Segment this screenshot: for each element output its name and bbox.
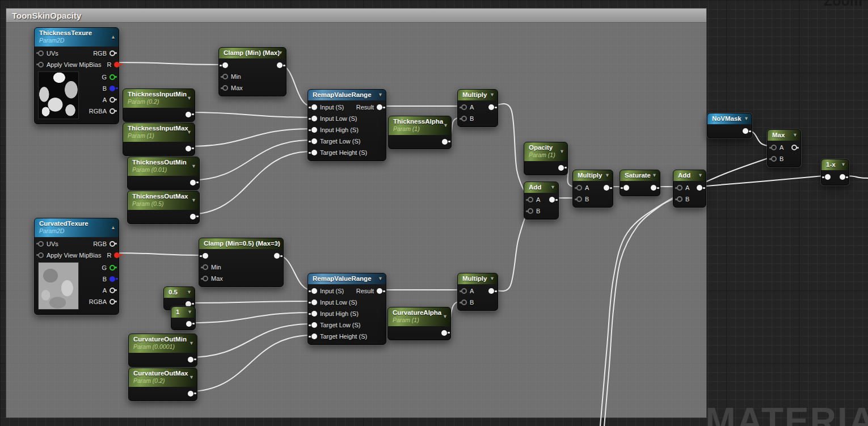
collapse-icon[interactable]: ▼ (443, 314, 448, 320)
node-header[interactable]: Multiply▼ (573, 170, 613, 181)
remap-thickness-pin-input-high-s[interactable] (311, 127, 317, 133)
multiply-thickness-pin-a[interactable] (461, 104, 467, 110)
collapse-icon[interactable]: ▼ (698, 172, 703, 179)
multiply-curvature-pin-out[interactable] (488, 288, 494, 294)
remap-thickness-pin-input-s[interactable] (311, 104, 317, 110)
multiply-thickness-pin-out[interactable] (488, 104, 494, 110)
multiply-opacity-pin-b[interactable] (576, 196, 582, 202)
const-one-pin-out[interactable] (186, 321, 192, 327)
clamp-thickness-pin-max[interactable] (222, 85, 228, 91)
collapse-icon[interactable]: ▼ (189, 374, 194, 381)
thickness-texture-pin-r[interactable] (114, 62, 120, 68)
node-thickness-out-max[interactable]: ThicknessOutMaxParam (0.5)▼ (127, 191, 200, 224)
collapse-icon[interactable]: ▼ (187, 309, 192, 315)
node-clamp-thickness[interactable]: Clamp (Min) (Max)▼MinMax (218, 47, 286, 96)
collapse-icon[interactable]: ▼ (744, 116, 749, 122)
one-minus-x-pin-in[interactable] (825, 174, 831, 180)
remap-thickness-pin-result[interactable] (377, 104, 382, 110)
node-opacity[interactable]: OpacityParam (1)▼ (524, 142, 568, 175)
clamp-thickness-pin-min[interactable] (222, 74, 228, 79)
multiply-opacity-pin-out[interactable] (604, 185, 609, 191)
node-header[interactable]: RemapValueRange▼ (308, 90, 386, 100)
add-final-pin-b[interactable] (677, 196, 682, 202)
max-pin-out[interactable] (791, 145, 797, 150)
node-thickness-alpha[interactable]: ThicknessAlphaParam (1)▼ (388, 116, 452, 149)
add-center-pin-b[interactable] (528, 208, 533, 214)
thickness-texture-pin-rgba[interactable] (109, 108, 115, 114)
collapse-icon[interactable]: ▼ (841, 162, 846, 168)
remap-curvature-pin-target-low-s[interactable] (311, 322, 317, 328)
node-remap-thickness[interactable]: RemapValueRange▼Input (S)ResultInput Low… (307, 89, 386, 161)
collapse-icon[interactable]: ▼ (189, 340, 194, 347)
clamp-curvature-pin-out[interactable] (274, 253, 280, 259)
node-header[interactable]: Clamp (Min=0.5) (Max=1)▼ (199, 238, 283, 249)
multiply-thickness-pin-b[interactable] (461, 116, 467, 121)
max-pin-b[interactable] (771, 156, 777, 162)
clamp-curvature-pin-min[interactable] (203, 264, 208, 270)
collapse-icon[interactable]: ▼ (191, 197, 196, 204)
node-clamp-curvature[interactable]: Clamp (Min=0.5) (Max=1)▼MinMax (199, 238, 284, 287)
multiply-curvature-pin-b[interactable] (461, 300, 467, 305)
curvated-texture-pin-rgba[interactable] (109, 299, 115, 305)
max-pin-a[interactable] (771, 145, 777, 150)
node-header[interactable]: ThicknessOutMinParam (0.01)▼ (128, 157, 199, 176)
node-header[interactable]: CurvatureOutMinParam (0.0001)▼ (129, 334, 197, 353)
node-header[interactable]: ThicknessInputMinParam (0.2)▼ (123, 89, 195, 108)
add-final-pin-out[interactable] (697, 185, 702, 191)
curvated-texture-pin-apply-view-mipbias[interactable] (38, 252, 44, 258)
remap-thickness-pin-input-low-s[interactable] (311, 116, 317, 121)
collapse-icon[interactable]: ▼ (605, 172, 610, 179)
node-curvature-out-min[interactable]: CurvatureOutMinParam (0.0001)▼ (128, 334, 197, 367)
add-final-pin-a[interactable] (677, 185, 682, 191)
collapse-icon[interactable]: ▼ (652, 172, 657, 179)
node-header[interactable]: OpacityParam (1)▼ (524, 142, 567, 161)
thickness-out-max-pin-out[interactable] (190, 214, 196, 220)
thickness-input-max-pin-out[interactable] (186, 146, 191, 151)
saturate-pin-in[interactable] (623, 185, 629, 191)
clamp-curvature-pin-in[interactable] (203, 253, 208, 259)
node-header[interactable]: CurvatureAlphaParam (1)▼ (388, 307, 450, 326)
node-thickness-input-max[interactable]: ThicknessInputMaxParam (1)▼ (123, 123, 195, 156)
clamp-thickness-pin-in[interactable] (222, 62, 228, 68)
curvature-alpha-pin-out[interactable] (441, 330, 447, 336)
collapse-icon[interactable]: ▼ (550, 184, 555, 191)
multiply-opacity-pin-a[interactable] (576, 185, 582, 191)
node-header[interactable]: 0.5▼ (164, 287, 195, 298)
node-add-center[interactable]: Add▼AB (524, 182, 559, 220)
collapse-icon[interactable]: ▼ (490, 92, 495, 98)
node-header[interactable]: NoVMask▼ (707, 113, 752, 124)
remap-curvature-pin-input-s[interactable] (311, 288, 317, 294)
collapse-icon[interactable]: ▼ (378, 92, 383, 98)
node-header[interactable]: CurvatureOutMaxParam (0.2)▼ (129, 368, 197, 387)
thickness-texture-pin-uvs[interactable] (38, 50, 44, 56)
node-header[interactable]: Multiply▼ (458, 90, 498, 100)
remap-thickness-pin-target-low-s[interactable] (311, 138, 317, 144)
collapse-icon[interactable]: ▼ (490, 276, 495, 282)
node-saturate[interactable]: Saturate▼ (620, 170, 660, 196)
node-thickness-texture[interactable]: ThicknessTexureParam2D▲UVsRGBApply View … (34, 27, 119, 124)
clamp-thickness-pin-out[interactable] (277, 62, 283, 68)
node-one-minus-x[interactable]: 1-x▼ (821, 159, 849, 185)
collapse-icon[interactable]: ▼ (443, 123, 448, 129)
collapse-icon[interactable]: ▼ (793, 132, 798, 138)
add-center-pin-out[interactable] (549, 197, 555, 203)
collapse-icon[interactable]: ▲ (111, 34, 116, 40)
collapse-icon[interactable]: ▼ (559, 149, 564, 155)
remap-curvature-pin-input-high-s[interactable] (311, 311, 317, 317)
node-header[interactable]: Max▼ (768, 130, 800, 141)
novmask-pin-out[interactable] (743, 128, 748, 134)
node-add-final[interactable]: Add▼AB (673, 170, 706, 208)
node-thickness-input-min[interactable]: ThicknessInputMinParam (0.2)▼ (123, 88, 195, 122)
multiply-curvature-pin-a[interactable] (461, 288, 467, 294)
graph-canvas[interactable]: ToonSkinOpacity MATERIAL Zoom ThicknessT… (0, 0, 868, 426)
node-header[interactable]: RemapValueRange▼ (308, 273, 386, 284)
clamp-curvature-pin-max[interactable] (203, 276, 208, 281)
thickness-texture-pin-rgb[interactable] (109, 50, 115, 56)
thickness-texture-pin-b[interactable] (109, 86, 115, 91)
curvated-texture-pin-b[interactable] (109, 276, 115, 282)
curvated-texture-pin-a[interactable] (109, 288, 115, 293)
curvated-texture-pin-g[interactable] (109, 265, 115, 271)
remap-curvature-pin-result[interactable] (377, 288, 382, 294)
node-header[interactable]: CurvatedTexureParam2D▲ (35, 218, 119, 237)
node-novmask[interactable]: NoVMask▼ (707, 113, 752, 138)
